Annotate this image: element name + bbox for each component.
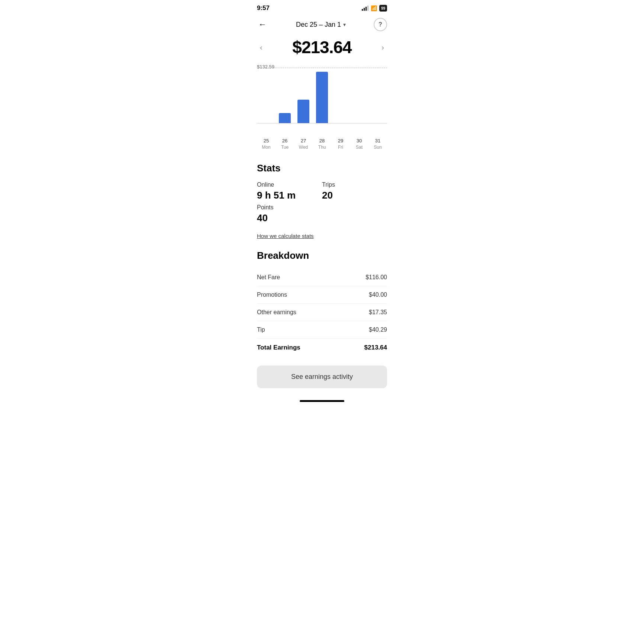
stats-title: Stats <box>257 162 387 174</box>
help-button[interactable]: ? <box>374 18 387 31</box>
points-label: Points <box>257 204 387 211</box>
home-indicator <box>300 400 344 402</box>
next-period-button[interactable]: › <box>379 42 387 53</box>
trips-label: Trips <box>322 181 387 188</box>
chart-bar <box>297 100 309 123</box>
breakdown-value: $116.00 <box>366 274 387 281</box>
back-button[interactable]: ← <box>257 18 268 31</box>
chart-bar <box>316 72 328 123</box>
bar-group <box>294 68 313 123</box>
chart-label: 29Fri <box>331 138 350 151</box>
breakdown-row: Total Earnings$213.64 <box>257 339 387 357</box>
breakdown-section: Breakdown Net Fare$116.00Promotions$40.0… <box>249 244 395 361</box>
bar-group <box>276 68 294 123</box>
chart-bars <box>257 68 387 123</box>
prev-period-button[interactable]: ‹ <box>257 42 265 53</box>
chart-label: 27Wed <box>294 138 313 151</box>
online-label: Online <box>257 181 322 188</box>
earnings-nav: ‹ $213.64 › <box>249 36 395 60</box>
bar-group <box>313 68 331 123</box>
total-amount: $213.64 <box>292 37 351 57</box>
chart-label: 28Thu <box>313 138 331 151</box>
bar-group <box>257 68 276 123</box>
chart-label: 30Sat <box>350 138 368 151</box>
bar-group <box>368 68 387 123</box>
points-value: 40 <box>257 212 387 224</box>
trips-value: 20 <box>322 190 387 201</box>
wifi-icon: 📶 <box>371 5 377 11</box>
date-range-button[interactable]: Dec 25 – Jan 1 ▾ <box>296 21 346 29</box>
battery-icon: 99 <box>379 5 387 12</box>
online-stat: Online 9 h 51 m <box>257 181 322 201</box>
breakdown-row: Promotions$40.00 <box>257 286 387 304</box>
breakdown-label: Net Fare <box>257 274 280 281</box>
status-bar: 9:57 📶 99 <box>249 0 395 15</box>
points-stat: Points 40 <box>257 204 387 224</box>
breakdown-value: $17.35 <box>369 309 387 316</box>
breakdown-label: Promotions <box>257 292 287 298</box>
chart-label: 26Tue <box>276 138 294 151</box>
chart-bar <box>279 113 291 123</box>
trips-stat: Trips 20 <box>322 181 387 201</box>
breakdown-label: Tip <box>257 326 265 333</box>
breakdown-label: Other earnings <box>257 309 296 316</box>
breakdown-value: $213.64 <box>364 344 387 351</box>
footer-area: See earnings activity <box>249 361 395 397</box>
see-activity-button[interactable]: See earnings activity <box>257 366 387 388</box>
how-calculate-link[interactable]: How we calculate stats <box>257 233 314 239</box>
online-value: 9 h 51 m <box>257 190 322 201</box>
bar-group <box>350 68 368 123</box>
stats-grid: Online 9 h 51 m Trips 20 <box>257 181 387 201</box>
status-icons: 📶 99 <box>362 5 387 12</box>
chart-label: 25Mon <box>257 138 276 151</box>
date-range-label: Dec 25 – Jan 1 <box>296 21 341 29</box>
breakdown-value: $40.00 <box>369 292 387 298</box>
chart-labels: 25Mon26Tue27Wed28Thu29Fri30Sat31Sun <box>257 138 387 151</box>
breakdown-rows: Net Fare$116.00Promotions$40.00Other ear… <box>257 269 387 357</box>
chart-label: 31Sun <box>368 138 387 151</box>
signal-icon <box>362 6 368 11</box>
breakdown-row: Tip$40.29 <box>257 321 387 339</box>
breakdown-row: Net Fare$116.00 <box>257 269 387 286</box>
breakdown-row: Other earnings$17.35 <box>257 304 387 321</box>
stats-section: Stats Online 9 h 51 m Trips 20 Points 40… <box>249 154 395 244</box>
breakdown-title: Breakdown <box>257 250 387 261</box>
breakdown-label: Total Earnings <box>257 344 300 351</box>
status-time: 9:57 <box>257 4 270 12</box>
chart-container: $132.59 25Mon26Tue27Wed28Thu29Fri30Sat31… <box>249 68 395 154</box>
breakdown-value: $40.29 <box>369 326 387 333</box>
chevron-down-icon: ▾ <box>343 22 346 28</box>
chart-bars-area <box>257 68 387 135</box>
bar-group <box>331 68 350 123</box>
nav-header: ← Dec 25 – Jan 1 ▾ ? <box>249 15 395 36</box>
